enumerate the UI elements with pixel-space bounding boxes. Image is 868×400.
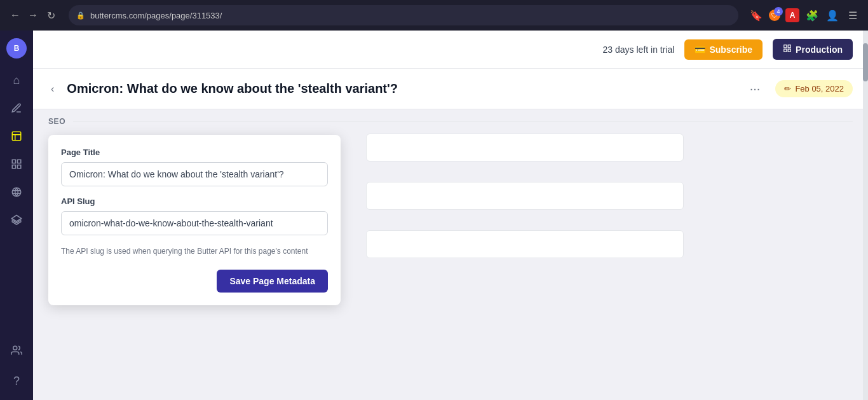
sidebar: B ⌂ ?: [0, 31, 33, 400]
svg-point-7: [13, 346, 17, 350]
svg-rect-0: [12, 132, 21, 141]
api-slug-label: API Slug: [61, 197, 328, 206]
top-header: 23 days left in trial 💳 Subscribe Produc…: [33, 31, 868, 69]
page-area: ‹ Omicron: What do we know about the 'st…: [33, 69, 868, 400]
sidebar-avatar[interactable]: B: [6, 38, 27, 59]
more-options-button[interactable]: ···: [745, 79, 766, 99]
field-placeholder-3: [366, 230, 684, 258]
back-button[interactable]: ‹: [48, 81, 57, 97]
date-badge: ✏ Feb 05, 2022: [775, 80, 853, 97]
pencil-icon: ✏: [784, 84, 791, 93]
sidebar-item-home[interactable]: ⌂: [5, 69, 28, 92]
bookmark-icon[interactable]: 🔖: [749, 8, 764, 23]
page-header: ‹ Omicron: What do we know about the 'st…: [33, 69, 868, 109]
main-content: 23 days left in trial 💳 Subscribe Produc…: [33, 31, 868, 400]
svg-rect-2: [18, 160, 21, 163]
sidebar-item-layers[interactable]: [5, 209, 28, 231]
svg-rect-10: [784, 49, 787, 52]
svg-rect-1: [12, 160, 15, 163]
sidebar-item-globe[interactable]: [5, 181, 28, 203]
seo-section: SEO: [33, 109, 868, 126]
scrollbar-thumb[interactable]: [863, 43, 868, 81]
browser-actions: 🔖 🛡 4 A 🧩 👤 ☰: [749, 8, 860, 23]
svg-rect-3: [12, 165, 15, 169]
address-bar[interactable]: 🔒 buttercms.com/pages/page/311533/: [69, 5, 738, 25]
back-nav-button[interactable]: ←: [8, 8, 23, 23]
api-slug-help-text: The API slug is used when querying the B…: [61, 245, 328, 257]
sidebar-item-pages[interactable]: [5, 125, 28, 148]
seo-divider: [73, 121, 853, 122]
trial-text: 23 days left in trial: [603, 45, 675, 55]
svg-rect-4: [18, 165, 21, 169]
save-page-metadata-button[interactable]: Save Page Metadata: [217, 270, 328, 293]
api-slug-input[interactable]: [61, 211, 328, 235]
forward-nav-button[interactable]: →: [25, 8, 41, 23]
page-title-label: Page Title: [61, 148, 328, 157]
page-title: Omicron: What do we know about the 'stea…: [67, 81, 734, 96]
field-placeholder-2: [366, 182, 684, 210]
extensions-icon[interactable]: 🧩: [804, 8, 820, 23]
production-button[interactable]: Production: [773, 39, 853, 60]
sidebar-item-users[interactable]: [5, 339, 28, 362]
page-title-input[interactable]: [61, 162, 328, 186]
menu-icon[interactable]: ☰: [845, 8, 860, 23]
subscribe-button[interactable]: 💳 Subscribe: [684, 39, 763, 60]
url-text: buttercms.com/pages/page/311533/: [90, 11, 222, 20]
production-icon: [783, 44, 792, 55]
sidebar-item-help[interactable]: ?: [5, 369, 28, 392]
sidebar-item-blog[interactable]: [5, 97, 28, 120]
scrollbar-track[interactable]: [863, 31, 868, 400]
popup-card: Page Title API Slug The API slug is used…: [48, 135, 341, 305]
profile-icon[interactable]: 👤: [825, 8, 840, 23]
extension-icon[interactable]: A: [785, 8, 799, 22]
brave-shield-icon[interactable]: 🛡 4: [769, 10, 780, 21]
browser-nav: ← → ↻: [8, 8, 58, 23]
fields-behind-popup: [351, 126, 868, 258]
app-container: B ⌂ ? 23 days left in trial 💳 Subs: [0, 31, 868, 400]
browser-chrome: ← → ↻ 🔒 buttercms.com/pages/page/311533/…: [0, 0, 868, 31]
subscribe-icon: 💳: [695, 45, 705, 55]
svg-rect-8: [784, 45, 787, 48]
svg-rect-11: [788, 49, 790, 52]
lock-icon: 🔒: [76, 11, 85, 20]
reload-button[interactable]: ↻: [43, 8, 58, 23]
content-wrapper: SEO Page Title API Slug The API slug is …: [33, 109, 868, 400]
field-placeholder-1: [366, 134, 684, 162]
svg-rect-9: [788, 45, 790, 48]
svg-point-5: [12, 188, 21, 197]
seo-label: SEO: [48, 117, 65, 126]
sidebar-item-grid[interactable]: [5, 153, 28, 176]
